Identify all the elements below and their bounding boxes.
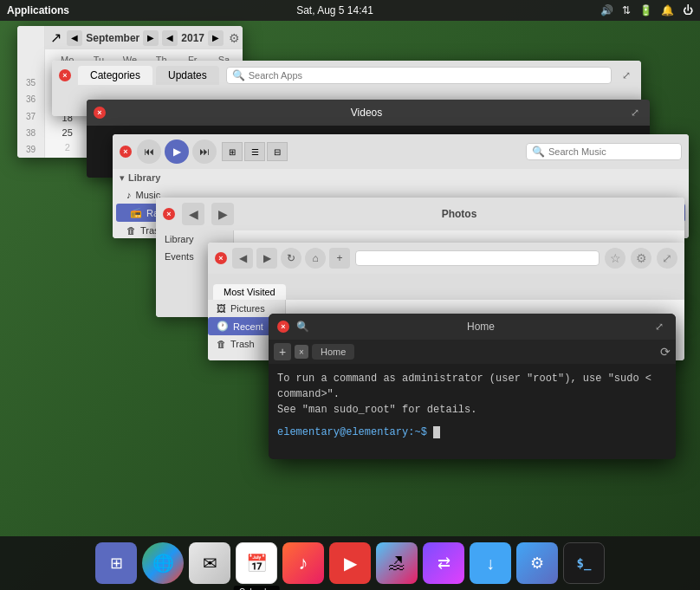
week-num-35: 35 [26, 75, 36, 91]
music-close-button[interactable]: × [120, 146, 132, 158]
video-icon: ▶ [344, 553, 357, 574]
music-grid-view-button[interactable]: ⊞ [222, 142, 243, 161]
appcenter-maximize-button[interactable]: ⤢ [619, 68, 634, 83]
videos-title: Videos [106, 107, 627, 119]
files-reload-button[interactable]: ↻ [281, 248, 301, 269]
taskbar-mail[interactable]: ✉ [189, 542, 230, 584]
music-controls: ⏮ ▶ ⏭ [137, 139, 217, 164]
photos-close-button[interactable]: × [163, 208, 175, 220]
files-home-button[interactable]: ⌂ [305, 248, 326, 269]
notification-icon[interactable]: 🔔 [661, 4, 674, 16]
music-list-view-button[interactable]: ☰ [244, 142, 265, 161]
terminal-close-tab-button[interactable]: × [295, 345, 308, 359]
radio-icon: 📻 [130, 207, 142, 218]
appcenter-tab-updates[interactable]: Updates [156, 66, 219, 85]
taskbar-appcenter[interactable]: ⚙ [516, 542, 558, 584]
taskbar-switch[interactable]: ⇄ [423, 542, 464, 584]
terminal-line-1: To run a command as administrator (user … [277, 371, 667, 386]
terminal-prompt: elementary@elementary:~$ [277, 426, 427, 438]
files-header: × ◀ ▶ ↻ ⌂ + ☆ ⚙ ⤢ [208, 243, 684, 274]
volume-icon[interactable]: 🔊 [600, 4, 613, 16]
videos-maximize-button[interactable]: ⤢ [627, 105, 643, 120]
files-bookmark-icon[interactable]: ☆ [605, 248, 625, 269]
music-view-buttons: ⊞ ☰ ⊟ [222, 142, 288, 161]
taskbar-multitasking[interactable]: ⊞ [95, 542, 137, 584]
photos-icon: 🏖 [388, 554, 405, 574]
music-column-view-button[interactable]: ⊟ [267, 142, 288, 161]
photos-back-button[interactable]: ◀ [182, 203, 204, 225]
music-library-header: ▾ Library [113, 169, 689, 186]
music-prev-button[interactable]: ⏮ [137, 139, 161, 164]
terminal-window: × 🔍 Home ⤢ + × Home ⟳ To run a command a… [269, 314, 676, 459]
terminal-maximize-button[interactable]: ⤢ [651, 319, 667, 334]
trash-files-icon: 🗑 [217, 339, 226, 349]
terminal-search-button[interactable]: 🔍 [295, 319, 310, 334]
top-panel: Applications Sat, Aug 5 14:41 🔊 ⇅ 🔋 🔔 ⏻ [0, 0, 700, 21]
mail-icon: ✉ [203, 553, 217, 574]
week-num-39: 39 [26, 141, 36, 158]
files-maximize-icon[interactable]: ⤢ [657, 248, 677, 269]
calendar-settings-icon[interactable]: ⚙ [229, 31, 240, 45]
appcenter-tab-area: Categories Updates [78, 66, 219, 85]
terminal-tab-home[interactable]: Home [312, 344, 354, 360]
terminal-close-button[interactable]: × [277, 321, 289, 333]
desktop: Applications Sat, Aug 5 14:41 🔊 ⇅ 🔋 🔔 ⏻ … [0, 0, 700, 590]
files-add-tab-button[interactable]: + [329, 248, 350, 269]
files-settings-icon[interactable]: ⚙ [631, 248, 651, 269]
taskbar-browser[interactable]: 🌐 [142, 542, 184, 584]
calendar-prev-month[interactable]: ◀ [67, 30, 82, 46]
taskbar-photos[interactable]: 🏖 [376, 542, 418, 584]
terminal-add-tab-button[interactable]: + [274, 343, 291, 360]
taskbar-video[interactable]: ▶ [329, 542, 371, 584]
download-icon: ↓ [486, 554, 495, 574]
music-next-button[interactable]: ⏭ [192, 139, 217, 164]
appcenter-icon: ⚙ [530, 554, 544, 573]
terminal-history-button[interactable]: ⟳ [660, 345, 671, 359]
calendar-month-label: September [86, 32, 139, 44]
videos-close-button[interactable]: × [94, 107, 106, 119]
week-num-38: 38 [26, 125, 36, 141]
cal-day-oct2[interactable]: 2 [52, 140, 82, 154]
music-note-icon: ♪ [126, 190, 132, 200]
music-library-section-icon: ▾ [120, 172, 125, 184]
cal-day-25[interactable]: 25 [52, 126, 82, 139]
terminal-cursor [433, 426, 440, 438]
appcenter-tab-categories[interactable]: Categories [78, 66, 152, 85]
files-forward-button[interactable]: ▶ [256, 248, 277, 269]
photos-forward-button[interactable]: ▶ [211, 203, 234, 225]
taskbar-music[interactable]: ♪ [282, 542, 324, 584]
files-tabs-bar: Most Visited [208, 274, 684, 300]
calendar-icon: 📅 [246, 553, 268, 574]
files-back-button[interactable]: ◀ [232, 248, 253, 269]
week-num-37: 37 [26, 107, 36, 124]
terminal-body: To run a command as administrator (user … [269, 364, 676, 459]
network-icon[interactable]: ⇅ [622, 4, 631, 16]
appcenter-search-input[interactable] [249, 70, 606, 81]
taskbar-calendar[interactable]: 📅 Calendar [236, 542, 277, 584]
calendar-next-year[interactable]: ▶ [208, 30, 224, 46]
appcenter-search-box: 🔍 [226, 67, 612, 84]
battery-icon[interactable]: 🔋 [639, 4, 652, 16]
files-search-input[interactable] [355, 250, 600, 266]
appcenter-close-button[interactable]: × [59, 69, 71, 81]
calendar-next-month[interactable]: ▶ [143, 30, 159, 46]
appcenter-header: × Categories Updates 🔍 ⤢ [52, 61, 641, 90]
music-search-input[interactable] [548, 146, 676, 157]
music-library-label: Library [128, 172, 160, 183]
browser-icon: 🌐 [152, 553, 174, 574]
taskbar-download[interactable]: ↓ [470, 542, 511, 584]
calendar-export-icon[interactable]: ↗ [50, 29, 62, 46]
files-close-button[interactable]: × [215, 252, 227, 264]
multitasking-icon: ⊞ [110, 554, 123, 573]
calendar-nav: ◀ September ▶ ◀ 2017 ▶ [67, 30, 224, 46]
applications-menu[interactable]: Applications [7, 4, 69, 16]
taskbar: ⊞ 🌐 ✉ 📅 Calendar ♪ ▶ 🏖 ⇄ ↓ ⚙ $_ [0, 536, 700, 590]
calendar-prev-year[interactable]: ◀ [162, 30, 178, 46]
recent-icon: 🕐 [217, 321, 229, 332]
files-tab-most-visited[interactable]: Most Visited [213, 284, 286, 300]
videos-header: × Videos ⤢ [87, 100, 650, 126]
terminal-icon: $_ [577, 556, 592, 570]
music-play-button[interactable]: ▶ [165, 139, 189, 164]
taskbar-terminal[interactable]: $_ [563, 542, 605, 584]
power-icon[interactable]: ⏻ [683, 4, 693, 16]
